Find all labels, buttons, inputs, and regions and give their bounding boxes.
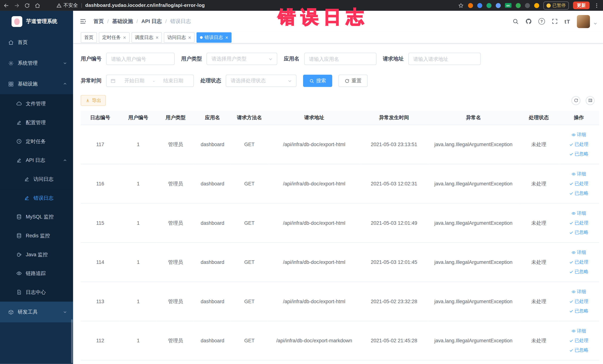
- search-button[interactable]: 搜索: [303, 75, 332, 87]
- processed-link[interactable]: 已处理: [561, 257, 597, 267]
- user-type-select[interactable]: 请选择用户类型: [207, 53, 277, 65]
- back-icon[interactable]: [3, 2, 9, 8]
- check-icon: [569, 231, 574, 235]
- processed-link[interactable]: 已处理: [561, 218, 597, 228]
- tab-access-logs[interactable]: 访问日志 ×: [164, 32, 195, 43]
- browser-home-icon[interactable]: [35, 2, 40, 8]
- tab-error-logs[interactable]: 错误日志 ×: [197, 32, 232, 43]
- app-name-cell: dashboard: [194, 203, 231, 243]
- paused-badge[interactable]: 已暂停: [543, 1, 569, 10]
- check-icon: [569, 221, 574, 225]
- user-id-input[interactable]: [106, 53, 175, 65]
- close-icon[interactable]: ×: [156, 35, 159, 40]
- extension-icon-blue-drop[interactable]: [477, 3, 482, 8]
- process-status-select[interactable]: 请选择处理状态: [226, 75, 297, 87]
- sidebar-item-log-center[interactable]: 日志中心: [0, 283, 73, 302]
- close-icon[interactable]: ×: [188, 35, 191, 40]
- extension-icon-green[interactable]: [486, 3, 491, 8]
- sidebar-item-infrastructure[interactable]: 基础设施: [0, 73, 73, 94]
- smiley-icon: [546, 3, 551, 8]
- extension-icon-paw[interactable]: [525, 3, 530, 8]
- breadcrumb-item[interactable]: 首页: [93, 18, 104, 25]
- sidebar-item-config-management[interactable]: 配置管理: [0, 113, 73, 132]
- extension-icon-orange[interactable]: [468, 3, 473, 8]
- sidebar-item-mysql-monitor[interactable]: MySQL 监控: [0, 207, 73, 226]
- sidebar-item-home[interactable]: 首页: [0, 32, 73, 53]
- sidebar-item-access-logs[interactable]: 访问日志: [0, 170, 73, 188]
- ignored-link[interactable]: 已忽略: [561, 149, 597, 159]
- export-button[interactable]: 导出: [81, 95, 106, 106]
- sidebar-item-java-monitor[interactable]: Java 监控: [0, 245, 73, 264]
- column-header: 用户类型: [157, 111, 194, 125]
- tab-dispatch-logs[interactable]: 调度日志 ×: [131, 32, 162, 43]
- extension-icon-smiley[interactable]: [534, 3, 539, 8]
- user-avatar[interactable]: [577, 15, 590, 28]
- url-text[interactable]: dashboard.yudao.iocoder.cn/infra/log/api…: [85, 3, 205, 8]
- close-icon[interactable]: ×: [123, 35, 126, 40]
- status-cell: 未处理: [519, 243, 558, 282]
- extension-icon-leaf[interactable]: [515, 3, 521, 8]
- security-label: 不安全: [63, 2, 78, 9]
- sidebar-scrollbar[interactable]: [71, 319, 73, 363]
- app-logo[interactable]: 芋道管理系统: [0, 11, 73, 32]
- breadcrumb-item[interactable]: API 日志: [141, 18, 162, 25]
- screen: 不安全 | dashboard.yudao.iocoder.cn/infra/l…: [0, 0, 603, 364]
- ignored-link[interactable]: 已忽略: [561, 267, 597, 277]
- ignored-link[interactable]: 已忽略: [561, 188, 597, 198]
- sidebar-item-tracing[interactable]: 链路追踪: [0, 264, 73, 283]
- ignored-link[interactable]: 已忽略: [561, 228, 597, 237]
- sidebar-item-label: 链路追踪: [26, 270, 46, 277]
- font-size-icon[interactable]: tT: [564, 18, 570, 24]
- reload-icon[interactable]: [24, 2, 30, 8]
- user-id-cell: 1: [120, 164, 157, 203]
- date-range-picker[interactable]: 开始日期 - 结束日期: [106, 75, 194, 87]
- processed-link[interactable]: 已处理: [561, 297, 597, 306]
- column-settings-button[interactable]: [586, 96, 595, 105]
- detail-link[interactable]: 详细: [561, 208, 597, 218]
- processed-link[interactable]: 已处理: [561, 336, 597, 345]
- eye-icon: [571, 250, 576, 255]
- browser-menu-icon[interactable]: [594, 2, 600, 8]
- app-name-input[interactable]: [304, 53, 376, 65]
- extension-icon-blue-grid[interactable]: [496, 3, 500, 8]
- detail-link[interactable]: 详细: [561, 248, 597, 257]
- search-icon[interactable]: [512, 18, 519, 25]
- processed-link[interactable]: 已处理: [561, 179, 597, 188]
- sidebar-item-redis-monitor[interactable]: Redis 监控: [0, 226, 73, 245]
- help-icon[interactable]: ?: [538, 18, 545, 25]
- hamburger-icon[interactable]: [79, 18, 86, 25]
- detail-link[interactable]: 详细: [561, 326, 597, 336]
- user-type-cell: 管理员: [157, 164, 194, 203]
- processed-link[interactable]: 已处理: [561, 140, 597, 149]
- ignored-link[interactable]: 已忽略: [561, 306, 597, 316]
- fullscreen-icon[interactable]: [551, 18, 558, 25]
- reset-button[interactable]: 重置: [338, 75, 368, 87]
- forward-icon[interactable]: [14, 2, 20, 8]
- breadcrumb-item[interactable]: 基础设施: [112, 18, 133, 25]
- sidebar-item-system-management[interactable]: 系统管理: [0, 53, 73, 73]
- sidebar-item-scheduled-tasks[interactable]: 定时任务: [0, 132, 73, 151]
- github-icon[interactable]: [525, 18, 532, 25]
- security-warning[interactable]: 不安全: [57, 2, 78, 9]
- close-icon[interactable]: ×: [225, 35, 228, 40]
- update-button[interactable]: 更新: [573, 1, 590, 9]
- detail-link[interactable]: 详细: [561, 130, 597, 140]
- ignored-link[interactable]: 已忽略: [561, 345, 597, 355]
- sidebar-item-dev-tools[interactable]: 研发工具: [0, 302, 73, 322]
- sidebar-item-error-logs[interactable]: 错误日志: [0, 188, 73, 208]
- detail-link[interactable]: 详细: [561, 287, 597, 297]
- address-bar[interactable]: 不安全 | dashboard.yudao.iocoder.cn/infra/l…: [57, 2, 205, 9]
- tab-scheduled-tasks[interactable]: 定时任务 ×: [99, 32, 129, 43]
- detail-link[interactable]: 详细: [561, 169, 597, 179]
- bookmark-star-icon[interactable]: [458, 2, 464, 8]
- tab-home[interactable]: 首页: [81, 32, 97, 43]
- sidebar-item-file-management[interactable]: 文件管理: [0, 94, 73, 113]
- time-cell: 2021-05-03 23:13:51: [360, 125, 428, 164]
- refresh-table-button[interactable]: [571, 96, 580, 105]
- sidebar-item-api-logs[interactable]: API 日志: [0, 151, 73, 170]
- link-label: 已忽略: [575, 345, 589, 355]
- link-label: 已忽略: [575, 149, 589, 159]
- avatar-caret-icon[interactable]: [593, 21, 598, 26]
- extension-icon-on[interactable]: on: [505, 3, 511, 8]
- request-url-input[interactable]: [408, 53, 480, 65]
